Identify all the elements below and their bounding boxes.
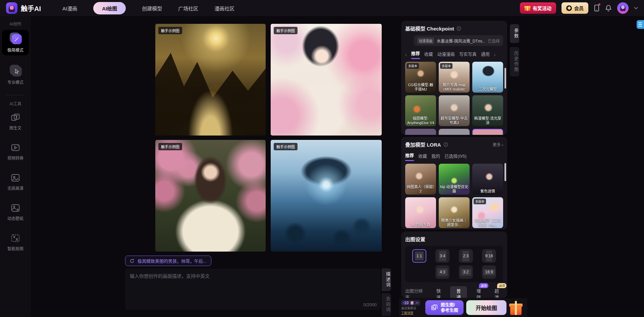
ratio-4-3[interactable]: 4:3 [435,265,449,279]
img2img-label-line1: 图生图/ [441,302,458,308]
tab-recommended[interactable]: 推荐 [411,50,420,59]
lora-card: 叠加模型 LORA 更多 › 推荐 收藏 我的 已选择(0/5) 网图真人（很甜… [401,137,507,229]
tab-general[interactable]: 通用 [481,51,490,59]
model-name: 胶片写真-maji cMIX realistic [439,83,470,92]
ratio-1-1[interactable]: 1:1 [412,249,426,263]
lora-tile[interactable]: 网图真人（很甜）2 [405,164,436,195]
mobile-app-icon[interactable] [594,4,600,12]
model-tile[interactable]: 超写实模型-中古写真3 [439,95,470,126]
nav-comic-community[interactable]: 漫画社区 [214,5,234,12]
refresh-icon [130,259,135,263]
model-tile[interactable]: 多版本 CG综合模型-触手版MJ [405,62,436,93]
tab-mine[interactable]: 我的 [431,153,440,161]
nav-ai-comic[interactable]: AI漫画 [62,5,77,12]
example-image-lotus-lady[interactable]: 触手示例图 [271,24,382,136]
selected-checkpoint-state: 已选择 [488,38,500,44]
img2img-button[interactable]: 图生图/ 参考生图 [425,300,464,315]
lora-more-link[interactable]: 更多 › [493,142,503,147]
sidebar-item-simple-mode[interactable]: 极简模式 [2,30,29,55]
lora-tile[interactable]: XL百图写真 [405,197,436,228]
tab-positive-prompt[interactable]: 描述词 [382,268,391,291]
example-image-landscape[interactable]: 触手示例图 [155,24,266,136]
lora-tile[interactable]: 精美少女插画｜超复杂... [439,197,470,228]
notifications-bell-icon[interactable] [605,4,612,12]
tab-parameters[interactable]: 参数 [510,24,519,43]
sidebar-item-label: 图生文 [9,125,21,130]
nav-create-model[interactable]: 创建模型 [142,5,162,12]
activity-button[interactable]: 有奖活动 [520,2,556,14]
lora-tile[interactable]: 多版本 增加细节（二次元版）/Hy... [472,197,503,228]
tab-anime-comic[interactable]: 动漫漫画 [437,51,455,59]
member-badge: 会员 [497,283,506,288]
sidebar-item-pro-mode[interactable]: 专业模式 [2,62,29,88]
tab-favorites[interactable]: 收藏 [418,153,427,161]
sidebar-item-label: 智能抠图 [7,246,23,251]
model-tile[interactable]: 韩漫模型-流光厚涂 [472,95,503,126]
tab-realistic-photo[interactable]: 写实写真 [459,51,477,59]
model-name: 超写实模型-中古写真3 [439,116,470,125]
model-tile[interactable]: 多版本 胶片写真-maji cMIX realistic [439,62,470,93]
ratio-9-16[interactable]: 9:16 [482,249,496,263]
chevron-left-icon[interactable]: ‹ [405,52,407,57]
sidebar-item-lossless-hd[interactable]: 无损高清 [2,170,29,194]
scrollbar-thumb[interactable] [504,68,506,89]
example-image-peony-girl[interactable]: 触手示例图 [155,140,266,252]
model-tile[interactable]: 插图模型-AnythingElse V4 [405,95,436,126]
ratio-spacer [409,265,429,279]
resolution-normal[interactable]: 普通 [450,286,467,298]
ratio-2-3[interactable]: 2:3 [459,249,473,263]
lora-tile[interactable]: 紫色迷情 [472,164,503,195]
resolution-fast[interactable]: 快速 [432,286,445,298]
info-icon[interactable] [443,142,448,147]
img2img-label-line2: 参考生图 [441,308,458,313]
resolution-enhanced[interactable]: 增强首免 [472,286,485,298]
model-name: 二次元模型 [472,87,503,92]
prompt-textarea[interactable] [125,268,381,310]
tab-recommended[interactable]: 推荐 [405,152,414,161]
ratio-16-9[interactable]: 16:9 [482,265,496,279]
brand[interactable]: 触手AI [6,2,41,14]
user-avatar[interactable] [617,2,629,14]
resolution-ultra[interactable]: 超清会员 [490,286,503,298]
member-label: 会员 [574,5,584,11]
example-image-scifi-city[interactable]: 触手示例图 [271,140,382,252]
sidebar-item-label: 极简模式 [7,47,23,53]
details-link[interactable]: 了解详情 [401,311,413,315]
checkpoint-model-grid: 多版本 CG综合模型-触手版MJ 多版本 胶片写真-maji cMIX real… [405,62,503,126]
tab-favorites[interactable]: 收藏 [424,51,433,59]
lora-tile[interactable]: Niji 动漫模型优化器 [439,164,470,195]
tab-negative-prompt[interactable]: 负向词 [382,293,391,316]
ratio-3-2[interactable]: 3:2 [459,265,473,279]
app-logo-icon [6,2,17,14]
prompt-suggestion-pill[interactable]: 极其精致美丽的男孩，帅哥，午后... [125,256,211,266]
sidebar-item-smart-cutout[interactable]: 智能抠图 [2,230,29,254]
nav-plaza-community[interactable]: 广场社区 [178,5,198,12]
multi-version-badge: 多版本 [407,63,419,69]
generate-button[interactable]: 开始绘图 [466,300,506,315]
tab-selected-count[interactable]: 已选择(0/5) [444,153,467,161]
top-navbar: 触手AI AI漫画 AI绘图 创建模型 广场社区 漫画社区 有奖活动 会员 [0,0,644,16]
char-counter: 0/2000 [363,302,377,307]
selected-checkpoint[interactable]: 动漫漫画 水墨淡雅-国风淡雅_DTmi... 已选择 [414,35,503,46]
tab-history[interactable]: 历史作图 [510,47,519,76]
chevron-right-icon[interactable]: › [494,52,496,57]
scrollbar-thumb[interactable] [504,163,506,181]
resolution-label: 出图分辨率 [405,287,427,298]
cost-line[interactable]: -10 [401,300,420,306]
brand-name: 触手AI [21,3,41,13]
gift-icon [525,5,530,11]
member-button[interactable]: 会员 [561,2,588,14]
sidebar-item-live-wallpaper[interactable]: 动态壁纸 [2,200,29,224]
nav-ai-draw[interactable]: AI绘图 [93,2,126,14]
prompt-area: 极其精致美丽的男孩，帅哥，午后... 0/2000 描述词 负向词 灵感 常用词 [125,256,392,317]
chevron-down-icon[interactable] [634,7,638,9]
info-icon[interactable] [457,26,461,31]
customer-service-icon[interactable] [637,20,644,29]
model-tile[interactable]: 二次元模型 [472,62,503,93]
sample-badge: 触手示例图 [158,27,182,34]
sidebar-item-video-convert[interactable]: 视频转换 [2,140,29,163]
gift-box-icon[interactable] [509,300,523,316]
sidebar-item-image-to-text[interactable]: 图生文 [2,110,29,133]
sidebar-item-label: 无损高清 [7,185,23,191]
ratio-3-4[interactable]: 3:4 [435,249,449,263]
